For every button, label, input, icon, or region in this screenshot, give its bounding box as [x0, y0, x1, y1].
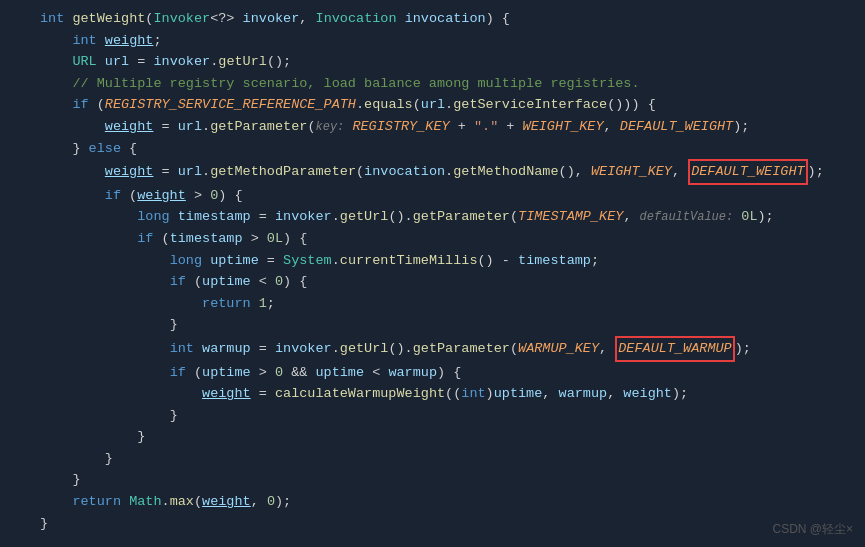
code-line: if ( weight > 0 ) { [40, 185, 865, 207]
code-line: } else { [40, 138, 865, 160]
code-line: return Math . max ( weight , 0 ); [40, 491, 865, 513]
code-line: int weight ; [40, 30, 865, 52]
highlight-default-warmup: DEFAULT_WARMUP [615, 336, 734, 362]
code-line: weight = url . getParameter ( key: REGIS… [40, 116, 865, 138]
code-line: } [40, 448, 865, 470]
watermark: CSDN @轻尘× [772, 520, 853, 539]
highlight-default-weight: DEFAULT_WEIGHT [688, 159, 807, 185]
code-line: if ( REGISTRY_SERVICE_REFERENCE_PATH . e… [40, 94, 865, 116]
code-block: int getWeight ( Invoker <?> invoker , In… [0, 0, 865, 542]
code-line: if ( uptime < 0 ) { [40, 271, 865, 293]
code-line: } [40, 314, 865, 336]
code-line: URL url = invoker . getUrl (); [40, 51, 865, 73]
code-line: // Multiple registry scenario, load bala… [40, 73, 865, 95]
code-line: weight = url . getMethodParameter ( invo… [40, 159, 865, 185]
code-line: } [40, 426, 865, 448]
code-line: int warmup = invoker . getUrl (). getPar… [40, 336, 865, 362]
code-line: if ( timestamp > 0L ) { [40, 228, 865, 250]
code-line: } [40, 469, 865, 491]
code-line: long timestamp = invoker . getUrl (). ge… [40, 206, 865, 228]
code-line: int getWeight ( Invoker <?> invoker , In… [40, 8, 865, 30]
code-line: if ( uptime > 0 && uptime < warmup ) { [40, 362, 865, 384]
code-line: } [40, 405, 865, 427]
code-line: return 1 ; [40, 293, 865, 315]
code-line: } [40, 513, 865, 535]
code-line: weight = calculateWarmupWeight (( int ) … [40, 383, 865, 405]
code-line: long uptime = System . currentTimeMillis… [40, 250, 865, 272]
